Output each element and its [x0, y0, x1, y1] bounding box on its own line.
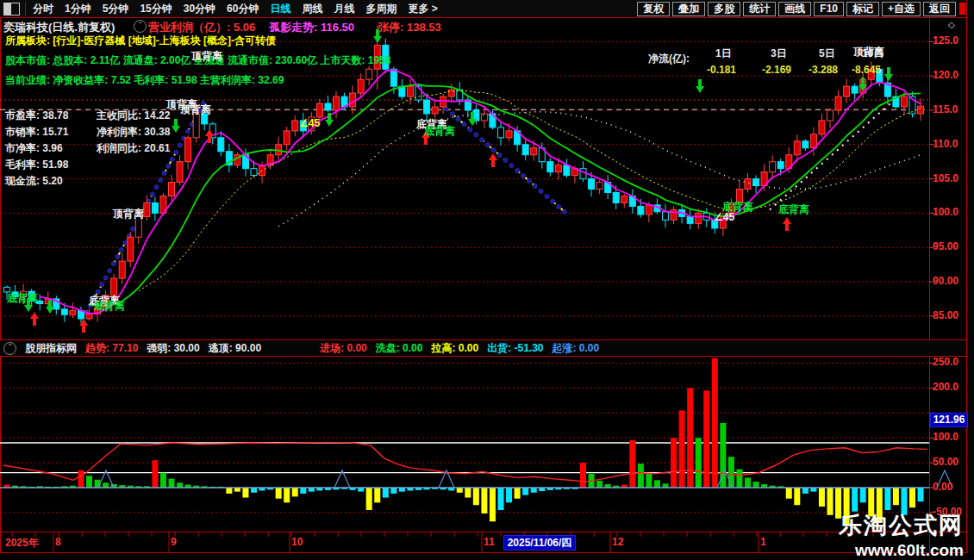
date-marker: 2025/11/06/四 [503, 535, 576, 551]
metric-pb: 市净率: 3.96 [5, 141, 63, 156]
netflow-value-3d: -2.169 [762, 64, 791, 76]
lower-tick: 50.00 [933, 456, 965, 468]
diamond-icon[interactable]: ◇ [948, 20, 955, 29]
annotation-angle-45: ∠45 [714, 211, 734, 223]
netflow-value-10d: -8.645 [852, 64, 881, 76]
price-tick: 85.00 [933, 309, 965, 321]
netflow-value-5d: -3.288 [809, 64, 838, 76]
lower-tick: 0.00 [933, 481, 965, 493]
price-tick: 115.0 [933, 103, 965, 115]
netflow-label: 净流(亿): [648, 52, 690, 66]
indicator-strength: 强弱: 30.00 [147, 341, 199, 356]
lower-tick: 200.0 [933, 381, 965, 393]
title-metric-limit: 张停: 138.53 [378, 20, 441, 35]
indicator-sellout: 出货: -51.30 [487, 341, 543, 356]
x-tick-month: 8 [55, 536, 61, 548]
annotation-angle-45: ∠45 [299, 117, 320, 129]
metric-net-margin: 净利润率: 30.38 [97, 125, 170, 140]
bottom-status-strip [0, 553, 974, 560]
indicator-rise-start: 起涨: 0.00 [553, 341, 600, 356]
annotation-bottom-divergence: 底背离 [7, 291, 38, 306]
netflow-header-1d: 1日 [715, 47, 732, 61]
right-edge-strip[interactable] [967, 0, 974, 560]
lower-tick: 100.0 [933, 431, 965, 443]
annotation-top-divergence: 顶背离 [191, 49, 222, 64]
annotation-top-divergence: 顶背离 [853, 45, 884, 59]
indicator-escape-top: 逃顶: 90.00 [209, 341, 261, 356]
metric-gross-margin: 毛利率: 51.98 [5, 158, 68, 172]
lower-value-marker: 121.96 [930, 413, 968, 427]
indicator-pullup: 拉高: 0.00 [431, 341, 478, 356]
x-tick-month: 10 [291, 536, 303, 548]
annotation-bottom-divergence: 底背离 [778, 202, 809, 217]
trading-app-window: 分时 1分钟 5分钟 15分钟 30分钟 60分钟 日线 周线 月线 多周期 更… [0, 0, 974, 560]
info-performance-line: 当前业绩: 净资收益率: 7.52 毛利率: 51.98 主营利润率: 32.6… [5, 73, 284, 88]
x-tick-month: 11 [484, 536, 495, 548]
annotation-top-divergence: 顶背离 [113, 207, 144, 221]
x-tick-month: 1 [760, 536, 766, 548]
lower-tick: 250.0 [933, 356, 965, 368]
netflow-value-1d: -0.181 [707, 64, 736, 76]
metric-profit-yoy: 利润同比: 20.61 [97, 141, 170, 156]
indicator-washout: 洗盘: 0.00 [376, 341, 423, 356]
title-metric-trend: 孤影走势: 116.50 [269, 20, 354, 35]
metric-ps: 市销率: 15.71 [5, 125, 68, 140]
price-tick: 90.00 [933, 275, 965, 287]
lower-tick: -50.00 [933, 506, 965, 518]
x-tick-month: 12 [612, 536, 623, 548]
netflow-header-5d: 5日 [819, 47, 835, 61]
netflow-header-3d: 3日 [771, 47, 787, 61]
metric-cashflow: 现金流: 5.20 [5, 174, 63, 189]
indicator-trend: 趋势: 77.10 [85, 341, 138, 356]
price-tick: 120.0 [933, 69, 965, 81]
indicator-name[interactable]: 股朋指标网 [25, 341, 77, 356]
metric-pe: 市盈率: 38.78 [5, 109, 68, 123]
chevron-down-icon[interactable]: ˇ [3, 342, 16, 355]
x-tick-year: 2025年 [5, 536, 39, 551]
price-tick: 95.00 [933, 240, 965, 252]
annotation-bottom-divergence: 底背离 [424, 124, 455, 139]
annotation-top-divergence: 顶背离 [180, 103, 211, 117]
price-tick: 100.0 [933, 206, 965, 218]
indicator-panel-header: ˇ 股朋指标网 趋势: 77.10 强弱: 30.00 逃顶: 90.00 进场… [0, 340, 966, 356]
price-tick: 125.0 [933, 34, 965, 47]
price-tick: 105.0 [933, 172, 965, 184]
x-tick-month: 9 [171, 536, 177, 548]
chevron-down-icon[interactable]: ˇ [134, 20, 147, 33]
annotation-bottom-divergence: 底背离 [94, 299, 125, 314]
indicator-entry: 进场: 0.00 [320, 341, 367, 356]
price-tick: 110.0 [933, 138, 965, 150]
info-board-line: 所属板块: [行业]-医疗器械 [地域]-上海板块 [概念]-含可转债 [5, 34, 276, 48]
metric-revenue-yoy: 主收同比: 14.22 [97, 109, 170, 123]
